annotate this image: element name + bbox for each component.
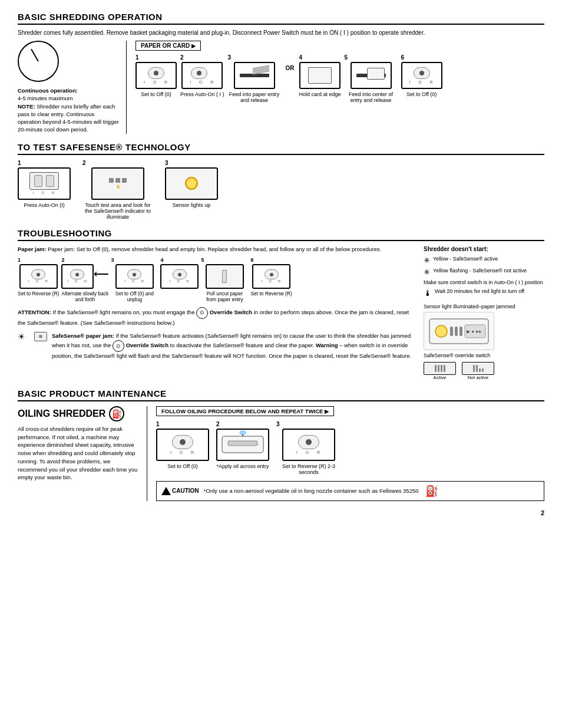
step-5-number: 5: [345, 54, 348, 61]
step-2-diagram: I O R: [181, 62, 223, 89]
ss-step-3-label: Sensor lights up: [173, 202, 211, 208]
ts-step-5-diagram: ↑: [206, 264, 244, 289]
paper-card-label: PAPER OR CARD: [135, 41, 201, 51]
ts-step-1-diagram: I O R: [19, 264, 58, 289]
override-switch-label: SafeSense® override switch: [424, 353, 544, 358]
warning-label: Warning: [316, 342, 338, 349]
ts-step-2-number: 2: [61, 257, 64, 263]
oil-step-2: 2 *Apply oil across entry: [216, 421, 269, 469]
step-2: 2 I O R Press Auto-On ( I ): [180, 54, 224, 97]
attention-text: If the SafeSense® light remains on, you …: [52, 309, 196, 315]
override-icon-2: ⊙: [113, 340, 124, 352]
oil-step-1-diagram: I O R: [156, 429, 209, 461]
note-label: NOTE:: [18, 103, 35, 110]
ts-step-6-diagram: I O R: [252, 264, 290, 289]
follow-oiling-label: FOLLOW OILING PROCEDURE BELOW AND REPEAT…: [156, 406, 334, 416]
svg-text:▶ ● ●●: ▶ ● ●●: [467, 329, 481, 334]
clock-diagram: [18, 41, 59, 82]
ss-step-3: 3 Sensor lights up: [165, 160, 218, 208]
oil-step-3-diagram: I O R: [282, 429, 335, 461]
status-2-text: Yellow flashing - SafeSense® not active: [433, 268, 527, 274]
step-4-label: Hold card at edge: [299, 91, 341, 97]
clock-hand: [31, 49, 39, 62]
step-6-label: Set to Off (0): [406, 91, 437, 97]
not-active-label: Not active: [468, 375, 489, 380]
left-panel: Continuous operation: 4-5 minutes maximu…: [18, 41, 127, 134]
maintenance-right: FOLLOW OILING PROCEDURE BELOW AND REPEAT…: [147, 406, 544, 501]
continuous-label: Continuous operation:: [18, 87, 78, 94]
ss-step-1-number: 1: [18, 160, 21, 166]
shredder-no-start-title: Shredder doesn't start:: [424, 246, 544, 252]
troubleshooting-left: Paper jam: Paper jam: Set to Off (0), re…: [18, 246, 415, 380]
caution-triangle: CAUTION: [161, 487, 199, 495]
attention-box: ATTENTION: If the SafeSense® light remai…: [18, 307, 415, 327]
safesense-section: TO TEST SAFESENSE® TECHNOLOGY 1 I O R Pr…: [18, 142, 544, 220]
oiling-text: All cross-cut shredders require oil for …: [18, 425, 140, 482]
status-row-4: 🌡 Wait 20 minutes for red light to turn …: [424, 288, 544, 298]
ss-step-3-diagram: [165, 167, 218, 200]
troubleshooting-content: Paper jam: Paper jam: Set to Off (0), re…: [18, 246, 544, 380]
oiling-heading: OILING SHREDDER: [18, 407, 105, 420]
page-number: 2: [541, 509, 544, 516]
ts-step-3: 3 I O R Set to Off (0) and unplug: [111, 257, 158, 302]
sun-icon-2: ✳: [424, 268, 430, 276]
step-1-number: 1: [135, 54, 139, 61]
status-row-1: ✳ Yellow - SafeSense® active: [424, 256, 544, 265]
safesense-jam-box: ☀ ⊞ SafeSense® paper jam: If the SafeSen…: [18, 332, 415, 361]
safesense-steps-row: 1 I O R Press Auto-On (I) 2: [18, 160, 544, 220]
maintenance-title: BASIC PRODUCT MAINTENANCE: [18, 388, 544, 401]
troubleshooting-title: TROUBLESHOOTING: [18, 228, 544, 241]
troubleshooting-section: TROUBLESHOOTING Paper jam: Paper jam: Se…: [18, 228, 544, 380]
caution-text-content: *Only use a non-aerosol vegetable oil in…: [204, 487, 419, 494]
step-3: 3 Feed into paper entry and release: [228, 54, 281, 103]
oiling-title-row: OILING SHREDDER ⛽: [18, 406, 140, 421]
step-2-number: 2: [180, 54, 184, 61]
ts-step-5-number: 5: [201, 257, 204, 263]
step-3-label: Feed into paper entry and release: [228, 91, 281, 103]
ts-step-2-label: Alternate slowly back and forth: [61, 291, 108, 302]
active-box: [424, 362, 456, 375]
step-2-label: Press Auto-On ( I ): [180, 91, 224, 97]
ts-step-6: 6 I O R Set to Reverse (R): [250, 257, 292, 297]
attention-title: ATTENTION:: [18, 309, 51, 315]
override-icon: ⊙: [196, 307, 208, 319]
maintenance-section: BASIC PRODUCT MAINTENANCE OILING SHREDDE…: [18, 388, 544, 501]
sensor-light-label: Sensor light illuminated–paper jammed: [424, 304, 544, 309]
svg-rect-4: [459, 327, 462, 336]
oil-step-1: 1 I O R Set to Off (0): [156, 421, 209, 469]
ts-step-1-label: Set to Reverse (R): [18, 291, 59, 297]
active-label: Active: [434, 375, 447, 380]
ts-step-6-number: 6: [250, 257, 253, 263]
step-1-diagram: I O R: [135, 62, 177, 89]
caution-oil-icon: ⛽: [425, 485, 438, 498]
paper-jam-text: Paper jam: Set to Off (0), remove shredd…: [48, 246, 381, 252]
ts-step-1-number: 1: [18, 257, 21, 263]
ss-step-1-label: Press Auto-On (I): [24, 202, 65, 208]
not-active-box: [462, 362, 494, 375]
caution-label: CAUTION: [172, 487, 199, 494]
oil-step-3-label: Set to Reverse (R) 2-3 seconds: [276, 463, 341, 475]
oil-step-2-label: *Apply oil across entry: [216, 463, 269, 469]
oil-step-1-label: Set to Off (0): [167, 463, 197, 469]
svg-rect-2: [450, 327, 453, 336]
triangle-icon: [161, 487, 171, 495]
oil-step-3: 3 I O R Set to Reverse (R) 2-3 seconds: [276, 421, 341, 475]
sun-icon-jam: ☀: [18, 332, 29, 341]
step-6: 6 I O R Set to Off (0): [401, 54, 442, 97]
override-switch-label: Override Switch: [210, 309, 252, 315]
maintenance-content: OILING SHREDDER ⛽ All cross-cut shredder…: [18, 406, 544, 501]
ss-step-2-diagram: ✋: [91, 167, 144, 200]
ss-step-2: 2 ✋ Touch test area and look for the Saf…: [82, 160, 153, 220]
basic-shredding-intro: Shredder comes fully assembled. Remove b…: [18, 29, 544, 36]
ts-step-5-label: Pull uncut paper from paper entry: [201, 291, 248, 302]
ts-step-3-label: Set to Off (0) and unplug: [111, 291, 158, 302]
sensor-diagram: ▶ ● ●●: [424, 312, 494, 350]
ts-step-4-number: 4: [160, 257, 163, 263]
sun-icon-1: ✳: [424, 256, 430, 265]
basic-steps-row: 1 I O R Set to Off (0) 2 I O R Press Aut…: [135, 54, 544, 103]
maintenance-left: OILING SHREDDER ⛽ All cross-cut shredder…: [18, 406, 147, 501]
active-switch: Active: [424, 362, 456, 380]
continuous-detail: 4-5 minutes maximum: [18, 94, 119, 102]
safesense-jam-title: SafeSense® paper jam:: [52, 332, 114, 339]
status-row-2: ✳ Yellow flashing - SafeSense® not activ…: [424, 268, 544, 276]
